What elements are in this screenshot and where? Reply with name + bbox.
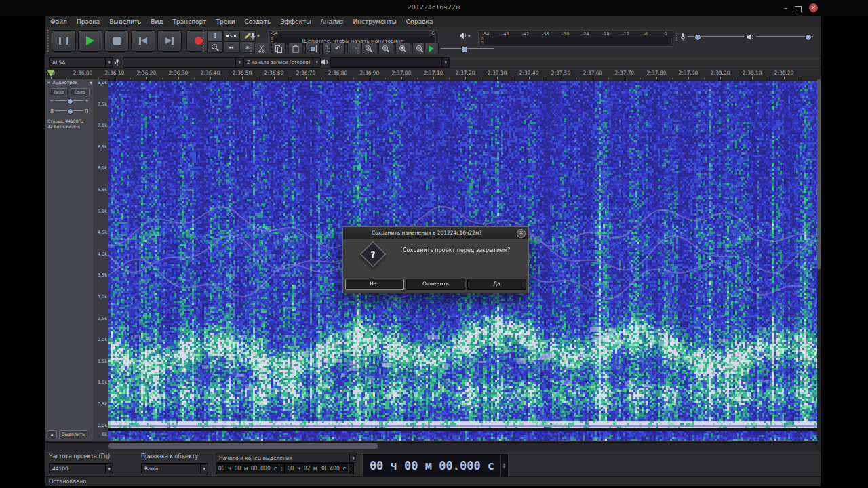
meter-scale-max: -6 xyxy=(431,30,435,37)
stop-button[interactable] xyxy=(104,30,129,52)
window-controls: – × xyxy=(784,3,818,13)
play-at-speed-button[interactable] xyxy=(424,43,439,54)
pan-slider[interactable] xyxy=(55,108,83,114)
playback-volume-slider[interactable] xyxy=(756,33,813,41)
freq-label: 1,5k xyxy=(98,359,107,364)
spectrogram-canvas-ch2[interactable] xyxy=(108,431,817,441)
timeline-tick-label: 2:36,20 xyxy=(137,70,157,76)
timeshift-icon: ↔ xyxy=(229,44,234,51)
snap-to-select[interactable]: Выкл ▾ xyxy=(141,463,208,474)
track-menu-icon[interactable]: ▼ xyxy=(90,81,92,85)
selection-tool-button[interactable]: I xyxy=(207,30,223,41)
selection-end-field[interactable]: 00 ч 02 м 38.400 с ▲▼ xyxy=(285,463,354,474)
recording-channels-select[interactable]: 2 канала записи (стерео) ▾ xyxy=(243,57,321,68)
playback-meter-dropdown[interactable]: ▾ xyxy=(459,32,471,39)
selection-range-mode-select[interactable]: Начало и конец выделения ▾ xyxy=(216,453,357,463)
track-format-info: Стерео, 44100Гц xyxy=(47,119,83,123)
close-button[interactable]: × xyxy=(809,3,818,12)
vertical-scrollbar[interactable] xyxy=(817,79,821,441)
playback-meter-bars[interactable]: Л П xyxy=(479,37,672,45)
copy-icon xyxy=(275,45,283,53)
recording-device-select[interactable]: ▾ xyxy=(123,57,243,68)
spinner[interactable]: ▲▼ xyxy=(500,455,507,476)
recording-volume-slider[interactable] xyxy=(688,33,745,41)
speed-slider-thumb[interactable] xyxy=(461,46,468,53)
window-titlebar[interactable]: 201224с16ч22м – × xyxy=(0,0,868,16)
cancel-button[interactable]: Отменить xyxy=(406,279,465,290)
track-close-button[interactable]: × xyxy=(47,80,50,85)
envelope-tool-button[interactable] xyxy=(223,30,239,41)
cut-button[interactable] xyxy=(254,43,269,54)
pause-button[interactable] xyxy=(52,30,76,52)
audio-position-display[interactable]: 00 ч 00 м 00.000 с ▲▼ xyxy=(363,454,508,477)
solo-button[interactable]: Соло xyxy=(71,88,90,96)
playback-device-select[interactable]: ▾ xyxy=(330,57,450,68)
copy-button[interactable] xyxy=(271,43,286,54)
skip-start-button[interactable] xyxy=(131,30,155,52)
paste-button[interactable] xyxy=(288,43,303,54)
horizontal-scrollbar-thumb[interactable] xyxy=(108,443,378,449)
zoom-selection-button[interactable] xyxy=(395,43,410,54)
select-track-button[interactable]: Выделить xyxy=(59,430,87,439)
track-name[interactable]: Аудиотрек xyxy=(52,80,87,85)
meter-scale-min: -54 xyxy=(271,30,278,37)
minimize-button[interactable]: – xyxy=(784,3,787,12)
play-button[interactable] xyxy=(78,30,102,52)
device-toolbar: ALSA ▾ ▾ 2 канала записи (стерео) ▾ ▾ xyxy=(45,56,821,68)
timeline-ruler[interactable]: ,902:36,002:36,102:36,202:36,302:36,402:… xyxy=(45,68,821,80)
spinner[interactable]: ▲▼ xyxy=(348,464,353,474)
selection-start-value: 00 ч 00 м 00.000 с xyxy=(216,466,279,472)
spin-down-icon[interactable]: ▼ xyxy=(281,469,282,472)
spin-down-icon[interactable]: ▼ xyxy=(350,469,351,472)
timeline-tick-label: 2:38,10 xyxy=(743,70,762,76)
yes-button[interactable]: Да xyxy=(467,279,526,290)
menu-item-5[interactable]: Транспорт xyxy=(168,16,212,27)
menu-item-8[interactable]: Эффекты xyxy=(275,16,315,27)
pan-slider-thumb[interactable] xyxy=(67,108,73,115)
project-rate-select[interactable]: 44100 ▾ xyxy=(49,463,113,474)
zoom-tool-button[interactable] xyxy=(207,41,223,53)
spinner[interactable]: ▲▼ xyxy=(279,464,284,474)
mute-button[interactable]: Тихо xyxy=(50,88,68,96)
menu-item-7[interactable]: Создать xyxy=(240,16,276,27)
dialog-titlebar[interactable]: Сохранить изменения в 201224с16ч22м? × xyxy=(343,227,528,239)
freq-label: 2,5k xyxy=(98,317,107,321)
recording-volume-thumb[interactable] xyxy=(694,34,701,41)
menu-item-9[interactable]: Анализ xyxy=(315,16,348,27)
menu-item-11[interactable]: Справка xyxy=(401,16,438,27)
zoom-in-button[interactable] xyxy=(361,43,376,54)
timeshift-tool-button[interactable]: ↔ xyxy=(223,41,239,53)
audio-host-select[interactable]: ALSA ▾ xyxy=(49,57,113,68)
vertical-scrollbar-thumb[interactable] xyxy=(817,79,821,269)
playback-volume-thumb[interactable] xyxy=(805,34,812,41)
gain-slider[interactable] xyxy=(55,98,83,104)
spin-down-icon[interactable]: ▼ xyxy=(503,466,506,469)
zoom-out-button[interactable] xyxy=(378,43,393,54)
maximize-button[interactable] xyxy=(795,6,802,12)
menu-item-4[interactable]: Вид xyxy=(146,16,167,27)
selection-start-field[interactable]: 00 ч 00 м 00.000 с ▲▼ xyxy=(216,463,285,474)
timeline-tick-label: 2:37,40 xyxy=(519,70,539,76)
menu-item-3[interactable]: Выделить xyxy=(104,16,146,27)
chevron-down-icon: ▾ xyxy=(349,453,357,462)
status-bar: Остановлено xyxy=(45,476,821,486)
record-meter-dropdown[interactable]: ▾ xyxy=(250,32,260,40)
dialog-close-button[interactable]: × xyxy=(517,229,526,238)
undo-button[interactable]: ↶ xyxy=(330,43,345,54)
gain-slider-thumb[interactable] xyxy=(67,98,73,104)
horizontal-scrollbar[interactable] xyxy=(45,442,817,450)
frequency-ruler[interactable]: 8,0k7,5k7,0k6,5k6,0k5,5k5,0k4,5k4,0k3,5k… xyxy=(93,79,109,441)
menu-item-10[interactable]: Инструменты xyxy=(348,16,401,27)
menu-item-2[interactable]: Правка xyxy=(72,16,104,27)
playback-meter[interactable]: -54-48-42-36-30-24-18-12-60 Л П xyxy=(478,30,673,47)
menu-item-1[interactable]: Файл xyxy=(45,16,72,27)
menu-item-6[interactable]: Треки xyxy=(212,16,240,27)
window-title: 201224с16ч22м xyxy=(0,3,868,11)
meter-scale-label: -24 xyxy=(582,31,589,37)
collapse-track-button[interactable]: ▲ xyxy=(47,430,57,439)
dialog-buttons: Нет Отменить Да xyxy=(345,279,526,290)
trim-audio-button[interactable] xyxy=(305,43,320,54)
transport-toolbar xyxy=(47,30,211,52)
skip-end-button[interactable] xyxy=(157,30,182,52)
no-button[interactable]: Нет xyxy=(345,279,404,290)
